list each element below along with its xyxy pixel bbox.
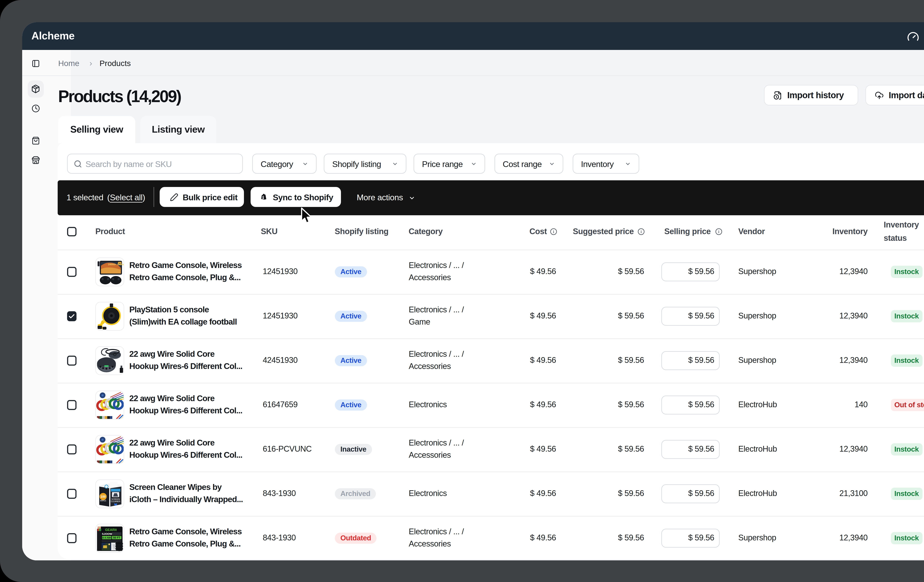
svg-text:16-4 AWG: 16-4 AWG <box>101 536 112 539</box>
svg-text:24000+ Games: 24000+ Games <box>108 263 124 266</box>
svg-text:WIPES: WIPES <box>100 499 106 501</box>
svg-text:SCREEN: SCREEN <box>111 498 120 500</box>
svg-text:50 FT: 50 FT <box>113 536 120 539</box>
svg-text:CLEANER: CLEANER <box>111 500 120 503</box>
svg-text:GEARit: GEARit <box>105 528 117 532</box>
svg-text:SJOOW: SJOOW <box>102 532 112 536</box>
svg-text:100: 100 <box>101 495 106 498</box>
